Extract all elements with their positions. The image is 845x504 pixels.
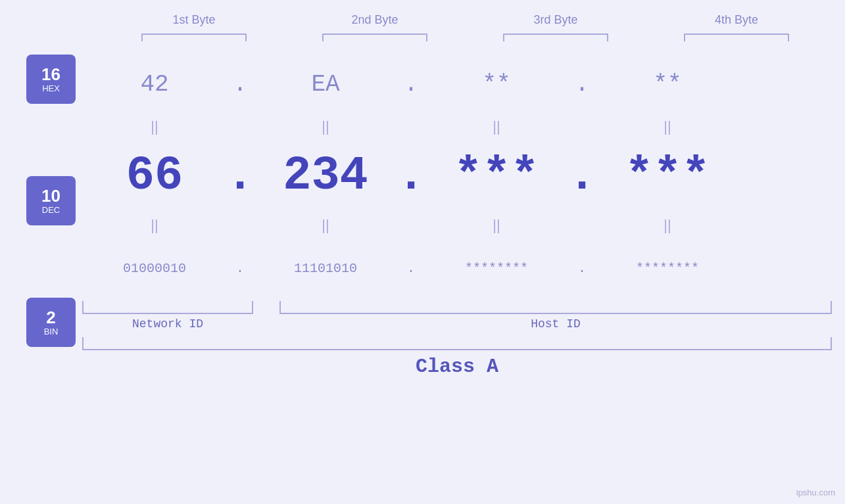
dec-b2-cell: 234 — [253, 149, 398, 203]
class-label-container: Class A — [82, 355, 832, 378]
byte1-header: 1st Byte — [122, 13, 266, 27]
dec-dot3: . — [569, 149, 595, 203]
hex-dot2: . — [398, 71, 424, 98]
eq2-b4: || — [595, 217, 740, 234]
main-content: 16 HEX 10 DEC 2 BIN 42 — [0, 55, 845, 378]
bin-row: 01000010 . 11101010 . ******** . — [82, 239, 832, 298]
network-id-label-container: Network ID — [82, 317, 253, 331]
class-label: Class A — [416, 355, 498, 378]
page-container: 1st Byte 2nd Byte 3rd Byte 4th Byte 16 H… — [0, 0, 845, 504]
bracket3 — [503, 34, 608, 41]
bracket-gap — [253, 301, 279, 314]
label-gap — [253, 317, 279, 331]
hex-row: 42 . EA . ** . ** — [82, 55, 832, 114]
labels-column: 16 HEX 10 DEC 2 BIN — [26, 55, 76, 347]
hex-badge: 16 HEX — [26, 55, 76, 104]
hex-dot3: . — [569, 71, 595, 98]
watermark: ipshu.com — [796, 488, 835, 497]
bin-number: 2 — [46, 308, 55, 327]
bin-b2-value: 11101010 — [294, 261, 357, 276]
bin-dot3-symbol: . — [578, 261, 586, 276]
bin-label: BIN — [44, 327, 59, 336]
hex-dot1: . — [227, 71, 253, 98]
hex-b2-value: EA — [311, 71, 339, 98]
eq1-b3: || — [424, 118, 569, 135]
class-bracket — [82, 337, 832, 350]
dec-b3-value: *** — [454, 149, 539, 203]
eq1-b1: || — [82, 118, 227, 135]
hex-dot1-symbol: . — [233, 71, 247, 98]
hex-b3-cell: ** — [424, 71, 569, 98]
hex-b4-cell: ** — [595, 71, 740, 98]
bracket4-container — [664, 34, 809, 41]
bin-dot2: . — [398, 261, 424, 276]
hex-b3-value: ** — [482, 71, 510, 98]
network-id-label: Network ID — [132, 317, 203, 331]
network-host-brackets — [82, 301, 832, 314]
hex-number: 16 — [41, 65, 60, 84]
bin-b2-cell: 11101010 — [253, 261, 398, 276]
host-id-label: Host ID — [531, 317, 581, 331]
hex-dot2-symbol: . — [404, 71, 418, 98]
dec-dot3-symbol: . — [567, 149, 596, 203]
bin-dot1: . — [227, 261, 253, 276]
bin-badge: 2 BIN — [26, 298, 76, 347]
bin-b1-value: 01000010 — [123, 261, 186, 276]
bracket4 — [684, 34, 789, 41]
hex-dot3-symbol: . — [575, 71, 589, 98]
bin-dot1-symbol: . — [236, 261, 244, 276]
bracket1-container — [122, 34, 266, 41]
bracket3-container — [483, 34, 628, 41]
dec-b4-value: *** — [625, 149, 710, 203]
dec-b1-cell: 66 — [82, 149, 227, 203]
dec-dot2: . — [398, 149, 424, 203]
dec-b4-cell: *** — [595, 149, 740, 203]
network-host-labels-row: Network ID Host ID — [82, 317, 832, 331]
bin-b4-cell: ******** — [595, 261, 740, 276]
bin-b4-value: ******** — [636, 261, 699, 276]
network-bracket — [82, 301, 253, 314]
eq2-b1: || — [82, 217, 227, 234]
bin-b3-cell: ******** — [424, 261, 569, 276]
dec-dot1: . — [227, 149, 253, 203]
hex-b2-cell: EA — [253, 71, 398, 98]
byte2-header: 2nd Byte — [302, 13, 447, 27]
byte3-header: 3rd Byte — [483, 13, 628, 27]
dec-badge: 10 DEC — [26, 176, 76, 225]
host-bracket — [279, 301, 832, 314]
eq1-b4: || — [595, 118, 740, 135]
bin-dot3: . — [569, 261, 595, 276]
hex-label: HEX — [42, 83, 60, 93]
hex-b1-cell: 42 — [82, 71, 227, 98]
bin-b1-cell: 01000010 — [82, 261, 227, 276]
eq1-b2: || — [253, 118, 398, 135]
bin-dot2-symbol: . — [407, 261, 415, 276]
eq2-b3: || — [424, 217, 569, 234]
byte4-header: 4th Byte — [664, 13, 809, 27]
byte-headers-row: 1st Byte 2nd Byte 3rd Byte 4th Byte — [104, 13, 827, 27]
dec-b2-value: 234 — [283, 149, 368, 203]
bin-b3-value: ******** — [465, 261, 528, 276]
dec-dot1-symbol: . — [226, 149, 254, 203]
bracket2-container — [302, 34, 447, 41]
dec-number: 10 — [41, 187, 60, 206]
rows-area: 42 . EA . ** . ** — [82, 55, 832, 378]
bracket1 — [141, 34, 247, 41]
host-id-label-container: Host ID — [279, 317, 832, 331]
dec-b1-value: 66 — [126, 149, 183, 203]
equals-row-2: || || || || — [82, 212, 832, 239]
bracket2 — [322, 34, 427, 41]
top-brackets-row — [104, 34, 827, 41]
hex-b4-value: ** — [653, 71, 681, 98]
dec-dot2-symbol: . — [397, 149, 425, 203]
eq2-b2: || — [253, 217, 398, 234]
dec-label: DEC — [42, 205, 60, 215]
equals-row-1: || || || || — [82, 114, 832, 140]
dec-row: 66 . 234 . *** . *** — [82, 140, 832, 212]
dec-b3-cell: *** — [424, 149, 569, 203]
hex-b1-value: 42 — [140, 71, 168, 98]
